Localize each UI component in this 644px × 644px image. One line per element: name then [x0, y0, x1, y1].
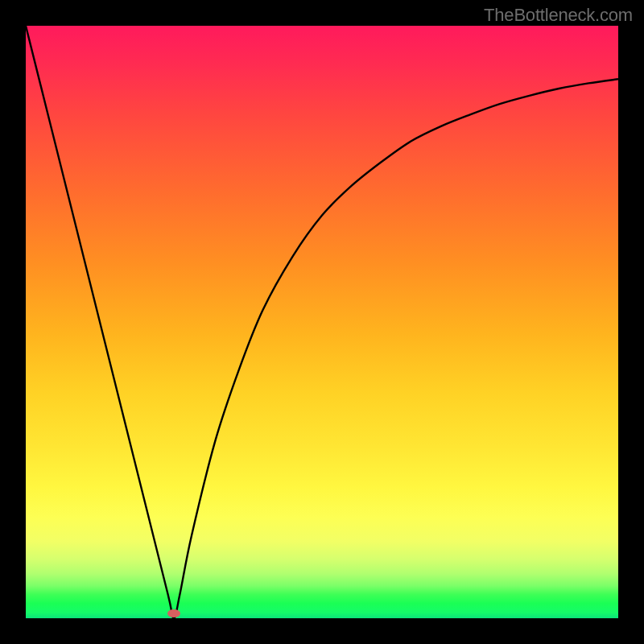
watermark-text: TheBottleneck.com	[484, 5, 633, 26]
chart-frame: TheBottleneck.com	[0, 0, 644, 644]
plot-area	[26, 26, 618, 618]
minimum-marker	[167, 609, 180, 617]
curve-layer	[26, 26, 618, 618]
bottleneck-curve	[26, 26, 618, 618]
